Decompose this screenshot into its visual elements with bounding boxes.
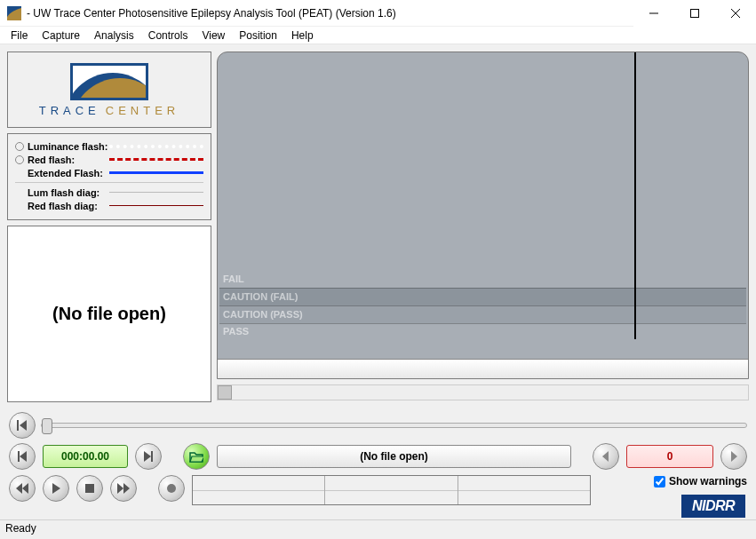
previous-warning-button[interactable] — [593, 443, 619, 470]
legend-red-flash: Red flash: — [28, 155, 109, 165]
show-warnings-label: Show warnings — [669, 475, 747, 487]
status-text: Ready — [5, 522, 36, 535]
chart-horizontal-scrollbar[interactable] — [217, 384, 749, 400]
legend-line-extended — [109, 171, 203, 174]
svg-marker-12 — [731, 451, 737, 462]
legend-line-lumdiag — [109, 192, 203, 193]
svg-marker-11 — [602, 451, 609, 462]
zone-caution-pass: CAUTION (PASS) — [219, 305, 746, 323]
logo-panel: TRACE CENTER — [7, 52, 211, 128]
fast-forward-button[interactable] — [110, 475, 137, 502]
minimize-button[interactable] — [633, 0, 674, 27]
show-warnings-input[interactable] — [654, 476, 665, 487]
chart-scrollbar-thumb[interactable] — [218, 385, 232, 400]
svg-marker-15 — [52, 483, 60, 494]
content-area: TRACE CENTER Luminance flash: Red flash:… — [0, 44, 756, 409]
close-button[interactable] — [715, 0, 756, 27]
preview-panel: (No file open) — [7, 226, 211, 402]
legend-line-red — [109, 158, 203, 161]
app-icon — [7, 6, 21, 20]
svg-marker-14 — [22, 483, 28, 494]
svg-marker-18 — [123, 483, 130, 494]
svg-rect-16 — [85, 484, 94, 493]
next-warning-button[interactable] — [720, 443, 747, 470]
result-col-3 — [458, 476, 590, 504]
next-frame-button[interactable] — [135, 443, 162, 470]
rewind-button[interactable] — [9, 475, 36, 502]
svg-marker-17 — [117, 483, 123, 494]
svg-marker-6 — [20, 420, 27, 431]
nidrr-logo: NIDRR — [681, 495, 745, 518]
previous-frame-button[interactable] — [9, 443, 36, 470]
result-table — [192, 475, 591, 505]
show-warnings-checkbox[interactable]: Show warnings — [654, 475, 747, 487]
record-button[interactable] — [158, 475, 185, 502]
trace-center-logo-text: TRACE CENTER — [39, 104, 180, 117]
menu-help[interactable]: Help — [284, 28, 321, 44]
seek-slider[interactable] — [41, 423, 747, 428]
menu-controls[interactable]: Controls — [141, 28, 195, 44]
legend-red-diag: Red flash diag: — [28, 201, 109, 211]
zone-caution-fail: CAUTION (FAIL) — [219, 288, 746, 305]
analysis-chart[interactable]: FAIL CAUTION (FAIL) CAUTION (PASS) PASS — [217, 52, 749, 379]
menu-position[interactable]: Position — [232, 28, 284, 44]
legend-panel: Luminance flash: Red flash: Extended Fla… — [7, 133, 211, 220]
rewind-to-start-button[interactable] — [9, 412, 36, 439]
timeline-strip[interactable] — [218, 359, 748, 378]
menu-view[interactable]: View — [195, 28, 232, 44]
status-bar: Ready — [0, 519, 756, 539]
result-col-2 — [325, 476, 458, 504]
svg-marker-8 — [20, 451, 27, 462]
zone-pass: PASS — [219, 323, 746, 339]
legend-lum-diag: Lum flash diag: — [28, 187, 109, 198]
svg-marker-10 — [144, 451, 151, 462]
file-name-display: (No file open) — [217, 445, 571, 468]
legend-line-luminance — [109, 145, 203, 148]
timecode-display: 000:00.00 — [43, 445, 128, 468]
menu-bar: File Capture Analysis Controls View Posi… — [0, 27, 756, 44]
red-flash-radio[interactable] — [15, 155, 24, 164]
svg-rect-2 — [691, 9, 699, 17]
seek-slider-thumb[interactable] — [42, 418, 52, 434]
preview-status-text: (No file open) — [52, 304, 166, 324]
stop-button[interactable] — [76, 475, 103, 502]
window-title: - UW Trace Center Photosensitive Epileps… — [27, 7, 633, 20]
svg-marker-13 — [16, 483, 22, 494]
menu-file[interactable]: File — [4, 28, 35, 44]
maximize-button[interactable] — [674, 0, 715, 27]
legend-line-reddiag — [109, 205, 203, 206]
luminance-flash-radio[interactable] — [15, 142, 24, 151]
warning-count-display: 0 — [626, 445, 713, 468]
legend-luminance-flash: Luminance flash: — [28, 141, 109, 152]
playhead-marker[interactable] — [634, 52, 636, 339]
svg-point-19 — [167, 484, 176, 493]
menu-capture[interactable]: Capture — [35, 28, 87, 44]
result-col-1 — [193, 476, 325, 504]
lower-controls: 000:00.00 (No file open) 0 S — [0, 409, 756, 519]
open-file-button[interactable] — [183, 443, 210, 470]
zone-fail: FAIL — [219, 272, 746, 288]
title-bar: - UW Trace Center Photosensitive Epileps… — [0, 0, 756, 27]
legend-extended-flash: Extended Flash: — [28, 168, 109, 178]
play-button[interactable] — [43, 475, 69, 502]
menu-analysis[interactable]: Analysis — [87, 28, 141, 44]
trace-center-logo-icon — [70, 63, 148, 100]
